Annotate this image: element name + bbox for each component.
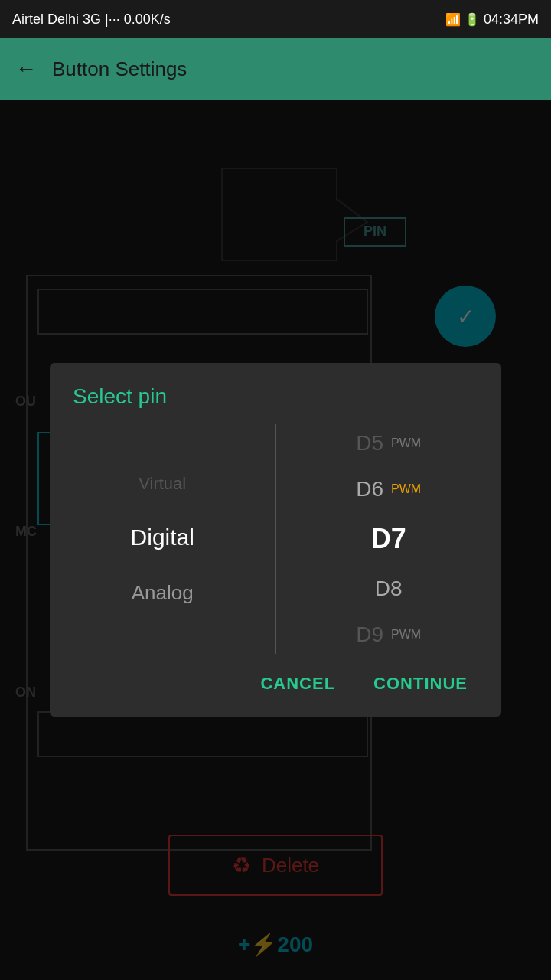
select-pin-dialog: Select pin Virtual Digital Analog D5 PWM [50,363,501,717]
app-bar-title: Button Settings [52,57,187,81]
pin-item-d9[interactable]: D9 PWM [276,612,502,654]
status-icons: 📶 🔋 04:34PM [445,11,539,28]
pin-badge-d5: PWM [391,436,421,450]
wifi-icon: 📶 [445,12,461,27]
pin-item-d8[interactable]: D8 [276,566,502,612]
pin-num-d9: D9 [356,622,383,647]
continue-button[interactable]: CONTINUE [358,666,483,701]
dialog-actions: CANCEL CONTINUE [50,654,501,717]
type-picker-item-analog[interactable]: Analog [50,566,276,620]
pin-num-d6: D6 [356,477,383,501]
status-time: 04:34PM [484,11,539,28]
pin-num-d5: D5 [356,431,383,456]
status-bar: Airtel Delhi 3G |··· 0.00K/s 📶 🔋 04:34PM [0,0,551,38]
pin-picker[interactable]: D5 PWM D6 PWM D7 D8 D9 PWM [276,424,502,654]
pin-item-d7[interactable]: D7 [276,512,502,566]
back-button[interactable]: ← [15,57,37,81]
modal-overlay: Select pin Virtual Digital Analog D5 PWM [0,100,551,980]
pin-num-d7: D7 [371,523,406,555]
pin-item-d6[interactable]: D6 PWM [276,466,502,512]
status-bar-left-text: Airtel Delhi 3G |··· 0.00K/s [12,11,171,28]
type-picker[interactable]: Virtual Digital Analog [50,424,276,654]
dialog-title: Select pin [50,363,501,424]
pin-badge-d9: PWM [391,628,421,642]
main-content: PIN ✓ OU MC ON ♻ Delete +⚡200 Select pin [0,100,551,980]
app-bar: ← Button Settings [0,38,551,100]
type-picker-item-virtual[interactable]: Virtual [50,459,276,509]
pin-num-d8: D8 [375,577,403,601]
picker-container: Virtual Digital Analog D5 PWM D6 PWM [50,424,501,654]
pin-item-d5[interactable]: D5 PWM [276,424,502,466]
type-picker-item-digital[interactable]: Digital [50,509,276,566]
battery-icon: 🔋 [465,12,480,27]
pin-badge-d6: PWM [391,482,421,496]
cancel-button[interactable]: CANCEL [245,666,350,701]
